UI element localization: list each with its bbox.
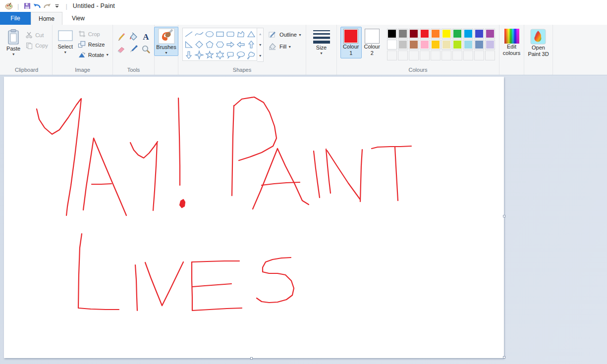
palette-swatch[interactable] — [463, 29, 473, 39]
palette-swatch[interactable] — [452, 40, 462, 50]
palette-swatch[interactable] — [485, 40, 495, 50]
redo-button[interactable] — [42, 1, 52, 11]
eraser-tool-icon[interactable] — [115, 43, 127, 55]
palette-swatch[interactable] — [431, 40, 441, 50]
shape-oval-callout-icon[interactable] — [235, 50, 246, 60]
canvas-resize-handle-corner[interactable] — [503, 356, 505, 359]
shape-four-point-star-icon[interactable] — [194, 50, 204, 60]
shape-polygon-icon[interactable] — [235, 29, 246, 39]
paint3d-label-line2: Paint 3D — [528, 51, 549, 57]
shape-curve-icon[interactable] — [194, 29, 204, 39]
palette-swatch-empty[interactable] — [441, 51, 451, 60]
select-icon — [57, 29, 74, 44]
palette-swatch[interactable] — [431, 29, 441, 39]
fill-button[interactable]: Fill ▼ — [268, 41, 302, 52]
tab-view[interactable]: View — [62, 12, 94, 25]
ribbon-spacer — [553, 25, 607, 75]
palette-swatch[interactable] — [441, 40, 451, 50]
canvas-resize-handle-bottom[interactable] — [250, 357, 253, 360]
palette-swatch[interactable] — [409, 40, 419, 50]
shape-triangle-icon[interactable] — [246, 29, 256, 39]
palette-swatch[interactable] — [398, 40, 408, 50]
palette-swatch-empty[interactable] — [463, 51, 473, 60]
edit-colours-button[interactable]: Edit colours — [500, 27, 523, 58]
paste-button[interactable]: Paste ▼ — [3, 27, 23, 58]
shape-rounded-rectangle-icon[interactable] — [225, 29, 235, 39]
cut-button[interactable]: Cut — [23, 30, 50, 40]
drawing-canvas[interactable] — [4, 77, 504, 358]
shapes-scroll-up-button[interactable]: ▲ — [257, 28, 263, 39]
palette-swatch[interactable] — [441, 29, 451, 39]
color-picker-tool-icon[interactable] — [127, 43, 140, 55]
tab-file[interactable]: File — [0, 12, 31, 25]
open-paint3d-button[interactable]: Open Paint 3D — [525, 27, 551, 59]
shapes-more-button[interactable]: ▼ — [257, 51, 263, 61]
magnifier-tool-icon[interactable] — [140, 43, 152, 55]
palette-swatch[interactable] — [463, 40, 473, 50]
shape-diamond-icon[interactable] — [194, 39, 204, 50]
palette-swatch-empty[interactable] — [485, 51, 495, 60]
shape-rounded-callout-icon[interactable] — [225, 50, 235, 60]
paste-dropdown-caret: ▼ — [12, 52, 15, 56]
shape-left-arrow-icon[interactable] — [235, 39, 246, 50]
text-tool-icon[interactable]: A — [140, 31, 152, 43]
size-button[interactable]: Size ▼ — [310, 27, 333, 57]
palette-swatch-empty[interactable] — [474, 51, 484, 60]
save-button[interactable] — [22, 1, 32, 11]
palette-swatch-empty[interactable] — [398, 51, 408, 60]
palette-swatch-empty[interactable] — [420, 51, 430, 60]
outline-button[interactable]: Outline ▼ — [268, 29, 302, 41]
shape-five-point-star-icon[interactable] — [204, 50, 215, 60]
palette-swatch[interactable] — [452, 29, 462, 39]
undo-button[interactable] — [32, 1, 42, 11]
crop-label: Crop — [88, 31, 100, 37]
palette-swatch[interactable] — [398, 29, 408, 39]
crop-button[interactable]: Crop — [76, 29, 110, 39]
canvas-resize-handle-right[interactable] — [503, 215, 505, 217]
palette-swatch-empty[interactable] — [452, 51, 462, 60]
shape-right-triangle-icon[interactable] — [183, 39, 194, 50]
shapes-group-label: Shapes — [179, 66, 305, 75]
fill-label: Fill — [279, 44, 286, 50]
shape-six-point-star-icon[interactable] — [215, 50, 225, 60]
copy-button[interactable]: Copy — [23, 40, 50, 51]
palette-swatch[interactable] — [387, 40, 397, 50]
colour2-button[interactable]: Colour 2 — [362, 27, 383, 58]
palette-swatch-empty[interactable] — [409, 51, 419, 60]
palette-swatch[interactable] — [474, 40, 484, 50]
shape-right-arrow-icon[interactable] — [225, 39, 235, 50]
palette-swatch-empty[interactable] — [431, 51, 441, 60]
tab-home[interactable]: Home — [31, 12, 62, 25]
shape-pentagon-icon[interactable] — [204, 39, 215, 50]
brushes-button[interactable]: Brushes ▼ — [154, 27, 178, 56]
palette-swatch[interactable] — [485, 29, 495, 39]
palette-swatch[interactable] — [474, 29, 484, 39]
shape-ellipse-icon[interactable] — [204, 29, 215, 39]
shape-rectangle-icon[interactable] — [215, 29, 225, 39]
rotate-button[interactable]: Rotate ▼ — [76, 50, 110, 60]
shapes-scroll-down-button[interactable]: ▼ — [257, 39, 263, 50]
palette-swatch[interactable] — [409, 29, 419, 39]
resize-button[interactable]: Resize — [76, 39, 110, 50]
group-image: Select ▼ Crop Resize Rotate ▼ — [53, 25, 113, 75]
qat-customize-button[interactable] — [52, 1, 62, 11]
select-button[interactable]: Select ▼ — [55, 27, 76, 56]
brush-icon — [158, 28, 175, 44]
colour1-button[interactable]: Colour 1 — [340, 27, 361, 58]
paste-label: Paste — [6, 46, 20, 52]
shape-up-arrow-icon[interactable] — [246, 39, 256, 50]
shape-down-arrow-icon[interactable] — [183, 50, 194, 60]
qat-separator: | — [65, 2, 67, 10]
palette-swatch[interactable] — [420, 40, 430, 50]
edit-colours-label-line1: Edit — [507, 44, 516, 50]
shape-line-icon[interactable] — [183, 29, 194, 39]
palette-swatch[interactable] — [420, 29, 430, 39]
shape-cloud-callout-icon[interactable] — [246, 50, 256, 60]
outline-icon — [268, 30, 277, 39]
shape-hexagon-icon[interactable] — [215, 39, 225, 50]
pencil-tool-icon[interactable] — [115, 31, 127, 43]
palette-swatch[interactable] — [387, 29, 397, 39]
fill-tool-icon[interactable] — [127, 31, 140, 43]
palette-swatch-empty[interactable] — [387, 51, 397, 60]
copy-icon — [25, 42, 33, 50]
